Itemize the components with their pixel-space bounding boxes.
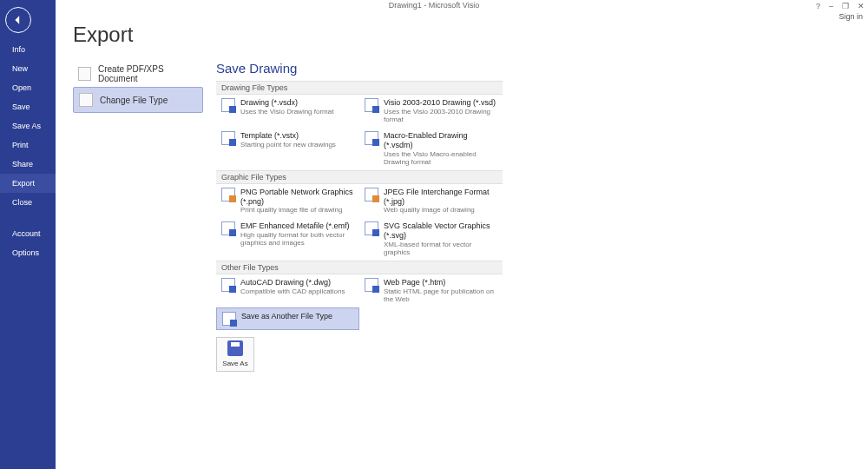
nav-item-print[interactable]: Print bbox=[0, 135, 56, 155]
file-type-icon bbox=[365, 278, 378, 292]
file-type-desc: Print quality image file of drawing bbox=[240, 206, 354, 215]
file-type-option[interactable]: EMF Enhanced Metafile (*.emf)High qualit… bbox=[216, 218, 359, 261]
file-type-icon bbox=[365, 221, 378, 235]
export-option-pdf[interactable]: Create PDF/XPS Document bbox=[73, 61, 203, 87]
nav-item-export[interactable]: Export bbox=[0, 174, 56, 193]
file-type-desc: Uses the Visio Macro-enabled Drawing for… bbox=[384, 150, 497, 167]
file-type-icon bbox=[221, 188, 235, 201]
section-header: Other File Types bbox=[216, 261, 503, 274]
file-type-desc: Starting point for new drawings bbox=[240, 141, 336, 149]
file-type-grid: PNG Portable Network Graphics (*.png)Pri… bbox=[216, 184, 503, 261]
file-type-icon bbox=[221, 131, 235, 145]
file-type-name: SVG Scalable Vector Graphics (*.svg) bbox=[384, 221, 497, 241]
nav-item-info[interactable]: Info bbox=[0, 40, 56, 59]
export-option-label: Change File Type bbox=[100, 96, 168, 105]
nav-item-close[interactable]: Close bbox=[0, 193, 56, 212]
section-header: Graphic File Types bbox=[216, 170, 503, 184]
back-button[interactable] bbox=[5, 7, 31, 33]
window-controls: ? – ❐ ✕ bbox=[816, 2, 865, 10]
file-type-desc: XML-based format for vector graphics bbox=[384, 241, 497, 257]
file-type-option[interactable]: Macro-Enabled Drawing (*.vsdm)Uses the V… bbox=[359, 128, 503, 170]
save-as-button[interactable]: Save As bbox=[216, 337, 254, 372]
file-type-icon bbox=[221, 221, 235, 235]
file-type-option[interactable]: Template (*.vstx)Starting point for new … bbox=[216, 128, 359, 170]
export-option-change[interactable]: Change File Type bbox=[73, 87, 203, 113]
file-type-name: AutoCAD Drawing (*.dwg) bbox=[240, 278, 345, 287]
file-type-icon bbox=[222, 312, 236, 326]
file-type-desc: Compatible with CAD applications bbox=[240, 287, 345, 296]
export-option-label: Create PDF/XPS Document bbox=[98, 64, 198, 83]
file-type-desc: Uses the Visio 2003-2010 Drawing format bbox=[384, 108, 497, 124]
file-type-name: EMF Enhanced Metafile (*.emf) bbox=[240, 221, 354, 231]
file-type-icon bbox=[365, 98, 378, 112]
file-type-name: Save as Another File Type bbox=[241, 312, 332, 321]
document-title: Drawing1 - Microsoft Visio bbox=[389, 1, 479, 10]
nav-item-share[interactable]: Share bbox=[0, 155, 56, 174]
file-type-option[interactable]: AutoCAD Drawing (*.dwg)Compatible with C… bbox=[216, 274, 359, 307]
file-type-name: PNG Portable Network Graphics (*.png) bbox=[240, 188, 354, 207]
nav-item-save[interactable]: Save bbox=[0, 97, 56, 116]
file-type-desc: Static HTML page for publication on the … bbox=[384, 287, 497, 304]
restore-icon[interactable]: ❐ bbox=[842, 2, 849, 10]
file-type-option[interactable]: PNG Portable Network Graphics (*.png)Pri… bbox=[216, 184, 359, 218]
nav-item-account[interactable]: Account bbox=[0, 224, 56, 243]
backstage-sidebar: InfoNewOpenSaveSave AsPrintShareExportCl… bbox=[0, 0, 56, 469]
file-type-name: Drawing (*.vsdx) bbox=[240, 98, 333, 108]
file-type-desc: Uses the Visio Drawing format bbox=[240, 108, 333, 116]
save-drawing-panel: Save Drawing Drawing File TypesDrawing (… bbox=[216, 61, 503, 372]
save-disk-icon bbox=[227, 340, 243, 356]
file-type-option[interactable]: Visio 2003-2010 Drawing (*.vsd)Uses the … bbox=[359, 95, 503, 128]
file-type-name: Visio 2003-2010 Drawing (*.vsd) bbox=[384, 98, 497, 108]
close-icon[interactable]: ✕ bbox=[858, 2, 865, 10]
file-type-icon bbox=[221, 98, 235, 112]
main-area: Export Create PDF/XPS DocumentChange Fil… bbox=[56, 10, 868, 469]
file-type-option[interactable]: Web Page (*.htm)Static HTML page for pub… bbox=[359, 274, 503, 307]
titlebar: Drawing1 - Microsoft Visio bbox=[0, 0, 868, 10]
file-type-icon bbox=[221, 278, 235, 292]
nav-item-options[interactable]: Options bbox=[0, 243, 56, 262]
pdf-icon bbox=[78, 67, 91, 81]
file-type-grid: AutoCAD Drawing (*.dwg)Compatible with C… bbox=[216, 274, 503, 330]
file-type-name: Web Page (*.htm) bbox=[384, 278, 497, 287]
save-as-button-label: Save As bbox=[222, 360, 247, 367]
file-type-grid: Drawing (*.vsdx)Uses the Visio Drawing f… bbox=[216, 95, 503, 170]
minimize-icon[interactable]: – bbox=[829, 2, 833, 10]
file-type-name: Macro-Enabled Drawing (*.vsdm) bbox=[384, 131, 497, 150]
file-type-option[interactable]: Drawing (*.vsdx)Uses the Visio Drawing f… bbox=[216, 95, 359, 128]
file-type-icon bbox=[365, 188, 378, 201]
file-type-name: Template (*.vstx) bbox=[240, 131, 336, 141]
arrow-left-icon bbox=[13, 15, 23, 25]
file-type-name: JPEG File Interchange Format (*.jpg) bbox=[384, 188, 497, 207]
nav-item-open[interactable]: Open bbox=[0, 78, 56, 97]
section-header: Drawing File Types bbox=[216, 81, 503, 95]
file-type-option[interactable]: JPEG File Interchange Format (*.jpg)Web … bbox=[359, 184, 503, 218]
export-options-column: Create PDF/XPS DocumentChange File Type bbox=[73, 61, 203, 113]
help-icon[interactable]: ? bbox=[816, 2, 820, 10]
file-type-option[interactable]: Save as Another File Type bbox=[216, 307, 359, 330]
file-type-desc: Web quality image of drawing bbox=[384, 206, 497, 215]
page-title: Export bbox=[73, 23, 851, 47]
save-drawing-title: Save Drawing bbox=[216, 61, 503, 76]
nav-item-new[interactable]: New bbox=[0, 59, 56, 78]
file-type-desc: High quality format for both vector grap… bbox=[240, 231, 354, 248]
file-type-icon bbox=[365, 131, 378, 145]
nav-item-save-as[interactable]: Save As bbox=[0, 116, 56, 135]
change-icon bbox=[79, 93, 93, 107]
file-type-option[interactable]: SVG Scalable Vector Graphics (*.svg)XML-… bbox=[359, 218, 503, 261]
